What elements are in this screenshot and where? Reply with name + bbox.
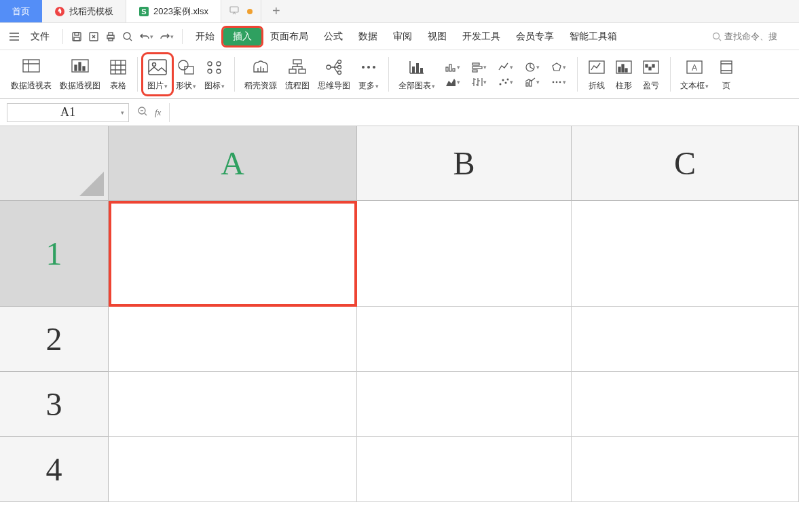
flowchart-icon — [288, 57, 307, 77]
fx-icon[interactable]: fx — [155, 107, 161, 118]
svg-rect-39 — [420, 68, 423, 73]
pivot-table-icon — [22, 57, 41, 77]
chart-stock-icon[interactable]: ▾ — [468, 75, 489, 89]
chart-combo-icon[interactable]: ▾ — [521, 75, 542, 89]
svg-point-24 — [217, 62, 221, 66]
cell-B2[interactable] — [357, 307, 572, 372]
redo-button[interactable]: ▾ — [157, 29, 176, 44]
svg-rect-64 — [652, 64, 654, 67]
save-icon[interactable] — [69, 28, 84, 45]
row-header-1[interactable]: 1 — [0, 201, 109, 307]
docer-resource-icon — [251, 57, 270, 77]
pivot-chart-icon — [71, 57, 90, 77]
chart-bar-icon[interactable]: ▾ — [442, 60, 463, 74]
tab-home[interactable]: 首页 — [0, 0, 42, 22]
cell-B1[interactable] — [357, 201, 572, 307]
select-all-corner[interactable] — [0, 126, 109, 201]
table-button[interactable]: 表格 — [105, 54, 132, 94]
chart-line-icon[interactable]: ▾ — [495, 60, 516, 74]
sparkline-column-icon — [615, 57, 633, 77]
picture-icon — [147, 57, 168, 77]
sparkline-line-button[interactable]: 折线 — [583, 54, 610, 94]
mindmap-button[interactable]: 思维导图 — [314, 54, 354, 94]
all-charts-icon — [407, 57, 426, 77]
menu-tab-smarttools[interactable]: 智能工具箱 — [563, 28, 624, 45]
menu-tab-pagelayout[interactable]: 页面布局 — [263, 28, 315, 45]
search-input[interactable] — [712, 31, 792, 41]
cell-C4[interactable] — [572, 437, 799, 502]
cell-C3[interactable] — [572, 372, 799, 437]
menu-tab-view[interactable]: 视图 — [421, 28, 453, 45]
svg-rect-43 — [472, 63, 479, 65]
cell-C2[interactable] — [572, 307, 799, 372]
svg-point-33 — [338, 71, 341, 75]
cell-A2[interactable] — [109, 307, 357, 372]
sheet-icon: S — [138, 6, 149, 17]
save-as-icon[interactable] — [86, 28, 101, 45]
chevron-down-icon: ▾ — [121, 109, 124, 116]
presentation-icon[interactable] — [229, 5, 239, 17]
column-header-B[interactable]: B — [357, 126, 572, 201]
svg-rect-18 — [111, 60, 126, 74]
tab-add-button[interactable]: + — [261, 0, 291, 22]
search-field[interactable] — [724, 31, 792, 41]
menu-tab-formula[interactable]: 公式 — [317, 28, 350, 45]
zoom-out-icon[interactable] — [137, 106, 148, 119]
cell-A3[interactable] — [109, 372, 357, 437]
cell-A4[interactable] — [109, 437, 357, 502]
chart-scatter-icon[interactable]: ▾ — [495, 75, 516, 89]
formula-input[interactable] — [169, 103, 792, 122]
menu-tab-insert[interactable]: 插入 — [223, 28, 261, 45]
all-charts-button[interactable]: 全部图表▾ — [394, 54, 439, 94]
pivot-table-button[interactable]: 数据透视表 — [7, 54, 56, 94]
pivot-chart-button[interactable]: 数据透视图 — [56, 54, 105, 94]
chart-pie-icon[interactable]: ▾ — [521, 60, 542, 74]
textbox-button[interactable]: A 文本框▾ — [676, 54, 713, 94]
svg-point-53 — [553, 81, 555, 83]
print-preview-icon[interactable] — [120, 28, 135, 45]
chart-radar-icon[interactable]: ▾ — [548, 60, 569, 74]
svg-rect-15 — [75, 65, 77, 71]
print-icon[interactable] — [103, 28, 118, 45]
tab-bar: 首页 找稻壳模板 S 2023案例.xlsx + — [0, 0, 799, 23]
cell-B4[interactable] — [357, 437, 572, 502]
svg-point-48 — [505, 81, 507, 83]
svg-point-23 — [208, 62, 212, 66]
chart-more-icon[interactable]: ▾ — [548, 75, 569, 89]
chart-hbar-icon[interactable]: ▾ — [468, 60, 489, 74]
cell-reference: A1 — [60, 105, 75, 119]
column-header-A[interactable]: A — [109, 126, 357, 201]
tab-active-file[interactable]: S 2023案例.xlsx — [126, 0, 221, 22]
svg-point-21 — [179, 60, 188, 70]
menu-tab-review[interactable]: 审阅 — [386, 28, 419, 45]
tab-templates[interactable]: 找稻壳模板 — [42, 0, 126, 22]
cell-B3[interactable] — [357, 372, 572, 437]
menu-tab-devtools[interactable]: 开发工具 — [456, 28, 507, 45]
cell-C1[interactable] — [572, 201, 799, 307]
shapes-button[interactable]: 形状▾ — [172, 54, 200, 94]
menu-tab-member[interactable]: 会员专享 — [509, 28, 561, 45]
undo-button[interactable]: ▾ — [137, 29, 155, 44]
name-box[interactable]: A1 ▾ — [7, 103, 129, 122]
row-header-2[interactable]: 2 — [0, 307, 109, 372]
menu-tab-data[interactable]: 数据 — [352, 28, 384, 45]
icons-button[interactable]: 图标▾ — [200, 54, 229, 94]
docer-resource-button[interactable]: 稻壳资源 — [240, 54, 281, 94]
sparkline-column-button[interactable]: 柱形 — [610, 54, 637, 94]
cell-A1[interactable] — [109, 201, 357, 307]
menu-tab-start[interactable]: 开始 — [189, 28, 221, 45]
menu-file[interactable]: 文件 — [24, 28, 56, 45]
column-header-C[interactable]: C — [572, 126, 799, 201]
svg-rect-16 — [79, 62, 81, 71]
hamburger-icon[interactable] — [7, 29, 22, 44]
chart-area-icon[interactable]: ▾ — [442, 75, 463, 89]
row-header-4[interactable]: 4 — [0, 437, 109, 502]
flowchart-button[interactable]: 流程图 — [281, 54, 314, 94]
picture-button[interactable]: 图片▾ — [143, 54, 172, 94]
sparkline-winloss-button[interactable]: 盈亏 — [637, 54, 665, 94]
more-button[interactable]: 更多▾ — [354, 54, 383, 94]
svg-rect-10 — [109, 38, 113, 41]
sparkline-winloss-icon — [642, 57, 660, 77]
header-footer-button[interactable]: 页 — [713, 54, 740, 94]
row-header-3[interactable]: 3 — [0, 372, 109, 437]
